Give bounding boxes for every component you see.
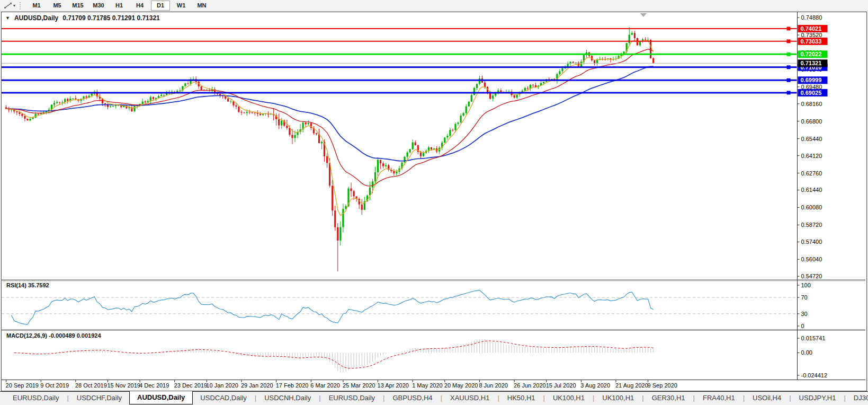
date-tick-label: 10 Jan 2020 bbox=[206, 382, 238, 389]
price-tick-label: 0.73520 bbox=[801, 32, 822, 38]
svg-text:0.71321: 0.71321 bbox=[801, 60, 822, 66]
price-tick-label: 0.74880 bbox=[801, 14, 822, 21]
svg-text:0.69999: 0.69999 bbox=[801, 77, 822, 83]
tab-dj30-daily[interactable]: DJ30,Daily bbox=[846, 392, 868, 404]
tab-usdjpy-h1[interactable]: USDJPY,H1 bbox=[792, 392, 844, 404]
date-tick-label: 21 Aug 2020 bbox=[615, 382, 648, 389]
macd-tick-label: 0.015741 bbox=[801, 335, 826, 341]
tab-uk100-h1[interactable]: UK100,H1 bbox=[545, 392, 592, 404]
price-chart-canvas[interactable]: 0.748800.735200.721600.708400.694800.681… bbox=[2, 12, 865, 390]
tab-hk50-h1[interactable]: HK50,H1 bbox=[500, 392, 543, 404]
timeframe-button-mn[interactable]: MN bbox=[192, 1, 211, 11]
chart-title: ▼ AUDUSD,Daily 0.71709 0.71785 0.71291 0… bbox=[5, 14, 160, 22]
chart-window[interactable]: ▼ AUDUSD,Daily 0.71709 0.71785 0.71291 0… bbox=[1, 12, 867, 391]
rsi-tick-label: 0 bbox=[801, 323, 804, 329]
price-tick-label: 0.66800 bbox=[801, 118, 822, 125]
date-tick-label: 23 Dec 2019 bbox=[174, 382, 207, 389]
date-tick-label: 17 Feb 2020 bbox=[276, 382, 309, 389]
date-tick-label: 15 Nov 2019 bbox=[108, 382, 140, 389]
tab-audusd-daily[interactable]: AUDUSD,Daily bbox=[129, 391, 193, 404]
timeframe-button-h4[interactable]: H4 bbox=[130, 1, 149, 11]
tab-eurusd-daily[interactable]: EURUSD,Daily bbox=[321, 392, 382, 404]
tab-ger30-h1[interactable]: GER30,H1 bbox=[645, 392, 693, 404]
price-tick-label: 0.57400 bbox=[801, 239, 822, 245]
chevron-down-icon: ▾ bbox=[13, 3, 15, 8]
tab-eurusd-daily[interactable]: EURUSD,Daily bbox=[5, 392, 66, 404]
macd-tick-label: 0.00 bbox=[801, 349, 812, 356]
tab-uk100-h1[interactable]: UK100,H1 bbox=[595, 392, 641, 404]
price-tick-label: 0.58720 bbox=[801, 222, 822, 228]
chart-cursor-tool-button[interactable]: ▾ bbox=[2, 2, 17, 10]
rsi-tick-label: 100 bbox=[801, 282, 811, 288]
svg-text:0.74021: 0.74021 bbox=[801, 25, 822, 32]
timeframe-button-w1[interactable]: W1 bbox=[172, 1, 191, 11]
date-tick-label: 20 May 2020 bbox=[444, 382, 478, 389]
tab-fra40-h1[interactable]: FRA40,H1 bbox=[695, 392, 742, 404]
timeframe-button-m1[interactable]: M1 bbox=[27, 1, 46, 11]
price-tick-label: 0.62760 bbox=[801, 170, 822, 177]
tab-gbpusd-h4[interactable]: GBPUSD,H4 bbox=[385, 392, 440, 404]
date-tick-label: 28 Oct 2019 bbox=[75, 382, 107, 389]
macd-label: MACD(12,26,9) -0.000489 0.001924 bbox=[6, 332, 101, 339]
rsi-tick-label: 30 bbox=[801, 311, 808, 317]
timeframe-toolbar: M1M5M15M30H1H4D1W1MN bbox=[27, 1, 213, 11]
line-handle bbox=[787, 65, 791, 69]
price-tick-label: 0.56040 bbox=[801, 256, 822, 262]
date-tick-label: 8 Jun 2020 bbox=[479, 382, 507, 389]
price-tick-label: 0.68160 bbox=[801, 101, 822, 107]
line-handle bbox=[787, 91, 791, 94]
line-handle bbox=[787, 27, 791, 30]
date-tick-label: 15 Jul 2020 bbox=[546, 382, 576, 389]
rsi-group bbox=[2, 290, 797, 324]
svg-text:0.72022: 0.72022 bbox=[801, 51, 822, 57]
toolbar: ▾ M1M5M15M30H1H4D1W1MN bbox=[0, 0, 868, 12]
date-tick-label: 1 May 2020 bbox=[412, 382, 442, 389]
rsi-tick-label: 70 bbox=[801, 294, 808, 301]
date-tick-label: 25 Mar 2020 bbox=[343, 382, 375, 389]
timeframe-button-h1[interactable]: H1 bbox=[110, 1, 129, 11]
candles-group bbox=[5, 27, 654, 271]
timeframe-button-m30[interactable]: M30 bbox=[89, 1, 108, 11]
tab-xauusd-h1[interactable]: XAUUSD,H1 bbox=[443, 392, 497, 404]
line-handle bbox=[787, 39, 791, 43]
crosshair-tool-icon bbox=[4, 2, 12, 9]
date-tick-label: 13 Apr 2020 bbox=[378, 382, 409, 389]
price-tick-label: 0.60080 bbox=[801, 204, 822, 210]
timeframe-button-m5[interactable]: M5 bbox=[48, 1, 67, 11]
line-handle bbox=[787, 52, 791, 56]
price-tick-label: 0.61440 bbox=[801, 187, 822, 193]
date-tick-label: 6 Mar 2020 bbox=[310, 382, 340, 389]
chart-ohlc-values: 0.71709 0.71785 0.71291 0.71321 bbox=[62, 14, 160, 22]
macd-tick-label: -0.024412 bbox=[801, 372, 828, 378]
line-handle bbox=[787, 78, 791, 82]
chart-shift-marker bbox=[640, 13, 647, 17]
tab-usdchf-daily[interactable]: USDCHF,Daily bbox=[69, 392, 129, 404]
chart-symbol-label: AUDUSD,Daily bbox=[14, 14, 58, 22]
date-tick-label: 9 Oct 2019 bbox=[40, 382, 69, 389]
macd-signal-line bbox=[14, 341, 654, 368]
chart-tab-bar: EURUSD,Daily|USDCHF,DailyAUDUSD,DailyUSD… bbox=[0, 391, 868, 405]
price-tick-label: 0.65440 bbox=[801, 136, 822, 142]
date-tick-label: 9 Sep 2020 bbox=[648, 382, 677, 389]
timeframe-button-m15[interactable]: M15 bbox=[68, 1, 87, 11]
timeframe-button-d1[interactable]: D1 bbox=[151, 1, 170, 11]
date-tick-label: 29 Jan 2020 bbox=[241, 382, 273, 389]
rsi-line bbox=[12, 290, 654, 324]
date-tick-label: 26 Jun 2020 bbox=[514, 382, 546, 389]
rsi-label: RSI(14) 35.7592 bbox=[6, 282, 49, 288]
svg-text:0.73033: 0.73033 bbox=[801, 38, 822, 45]
date-tick-label: 3 Aug 2020 bbox=[580, 382, 610, 389]
tab-usdcnh-daily[interactable]: USDCNH,Daily bbox=[257, 392, 318, 404]
symbol-dropdown-icon[interactable]: ▼ bbox=[5, 15, 10, 21]
price-tick-label: 0.54720 bbox=[801, 273, 822, 279]
tab-usdcad-daily[interactable]: USDCAD,Daily bbox=[193, 392, 254, 404]
date-tick-label: 20 Sep 2019 bbox=[6, 382, 39, 389]
date-tick-label: 4 Dec 2019 bbox=[139, 382, 169, 389]
toolbar-grip[interactable] bbox=[20, 2, 23, 10]
tab-usoil-h4[interactable]: USOil,H4 bbox=[745, 392, 789, 404]
svg-text:0.69025: 0.69025 bbox=[801, 90, 822, 96]
macd-group bbox=[14, 339, 654, 373]
price-tick-label: 0.64120 bbox=[801, 153, 822, 159]
